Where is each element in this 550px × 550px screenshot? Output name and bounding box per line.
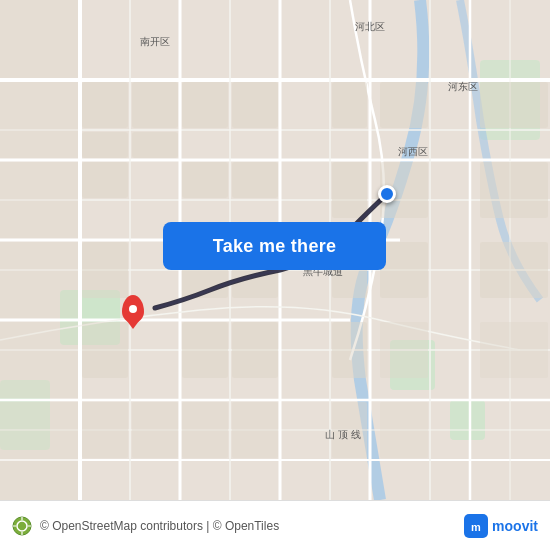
svg-rect-64 [0,322,78,398]
svg-rect-32 [132,132,178,158]
origin-pin-dot [129,305,137,313]
footer-moovit-brand: m moovit [464,514,538,538]
svg-rect-57 [232,402,278,458]
origin-marker [122,295,144,323]
svg-rect-31 [82,132,128,158]
svg-rect-56 [182,402,228,458]
svg-rect-3 [450,400,485,440]
svg-rect-60 [0,0,78,78]
svg-rect-53 [480,322,548,378]
svg-rect-35 [232,162,278,198]
svg-rect-63 [0,242,78,318]
svg-rect-50 [480,82,548,128]
origin-pin-body [122,295,144,323]
svg-rect-34 [182,162,228,198]
destination-marker [378,185,396,203]
svg-rect-28 [132,82,178,128]
moovit-icon: m [464,514,488,538]
svg-rect-33 [82,162,128,198]
svg-rect-41 [232,322,278,378]
svg-rect-51 [480,162,548,218]
footer-bar: © OpenStreetMap contributors | © OpenTil… [0,500,550,550]
osm-logo [12,516,32,536]
svg-rect-40 [182,322,228,378]
svg-rect-27 [82,82,128,128]
svg-rect-43 [332,162,367,218]
svg-rect-54 [82,402,128,458]
svg-rect-52 [480,242,548,298]
svg-rect-62 [0,162,78,238]
footer-attribution: © OpenStreetMap contributors | © OpenTil… [40,519,456,533]
svg-rect-61 [0,82,78,158]
svg-rect-45 [332,322,367,378]
svg-rect-59 [380,402,428,458]
svg-rect-49 [380,322,428,378]
svg-rect-48 [380,242,428,298]
svg-rect-42 [332,82,367,128]
svg-rect-46 [380,82,428,128]
moovit-label: moovit [492,518,538,534]
svg-rect-55 [132,402,178,458]
svg-rect-65 [0,402,78,500]
svg-rect-39 [82,322,128,378]
take-me-there-button[interactable]: Take me there [163,222,386,270]
svg-rect-58 [332,402,367,458]
svg-rect-30 [232,82,278,128]
svg-rect-29 [182,82,228,128]
svg-rect-36 [82,242,128,298]
svg-text:m: m [471,521,481,533]
map-container: 南开区 河北区 河东区 河西区 黑牛城道 山 顶 线 Take me there [0,0,550,500]
